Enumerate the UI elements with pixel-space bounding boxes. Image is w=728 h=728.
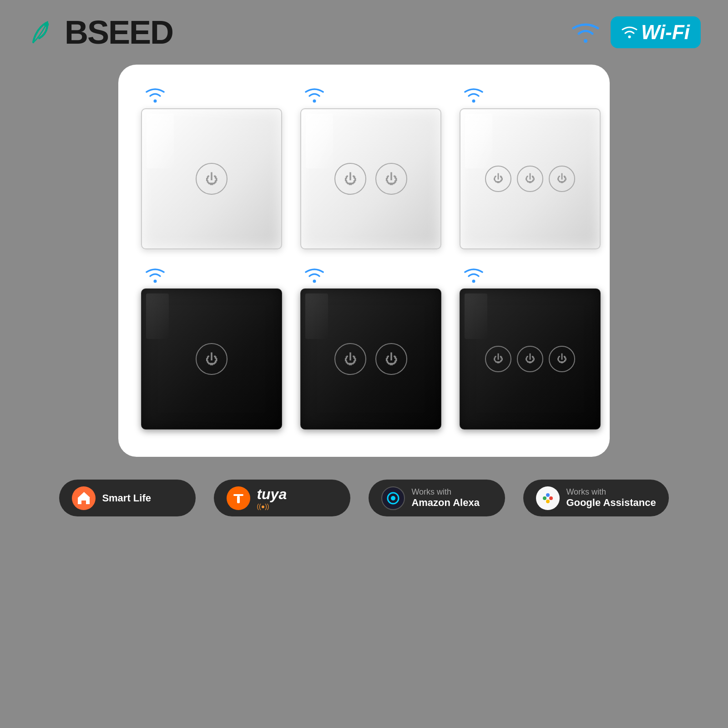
- power-icon-b2a: ⏻: [344, 352, 357, 367]
- alexa-works-with-label: Works with: [411, 487, 480, 497]
- power-button-b1[interactable]: ⏻: [196, 343, 228, 375]
- power-icon-b1: ⏻: [205, 352, 218, 367]
- svg-point-5: [472, 100, 475, 103]
- power-icon-b3a: ⏻: [493, 353, 503, 365]
- wifi-indicator-b2: [305, 268, 324, 285]
- svg-point-6: [154, 280, 157, 283]
- google-icon: [536, 486, 560, 510]
- white-2gang-panel: ⏻ ⏻: [300, 87, 441, 249]
- wifi-label: Wi-Fi: [641, 21, 690, 44]
- svg-point-12: [391, 496, 395, 500]
- alexa-text: Works with Amazon Alexa: [411, 487, 480, 509]
- svg-point-0: [44, 22, 49, 27]
- power-button-w1[interactable]: ⏻: [196, 163, 228, 195]
- white-2gang-switch[interactable]: ⏻ ⏻: [300, 108, 441, 249]
- header-right: Wi-Fi: [570, 16, 701, 48]
- header: BSEED Wi-Fi: [0, 0, 728, 60]
- power-icon-b3c: ⏻: [557, 353, 567, 365]
- google-text: Works with Google Assistance: [566, 487, 656, 509]
- power-icon-w3c: ⏻: [557, 173, 567, 185]
- power-icon-w2b: ⏻: [385, 172, 398, 187]
- black-2gang-switch[interactable]: ⏻ ⏻: [300, 288, 441, 430]
- svg-point-1: [584, 39, 587, 43]
- wifi-indicator-b3: [464, 268, 483, 285]
- white-1gang-switch[interactable]: ⏻: [141, 108, 282, 249]
- white-1gang-panel: ⏻: [141, 87, 282, 249]
- power-icon-w3a: ⏻: [493, 173, 503, 185]
- alexa-icon: [381, 486, 405, 510]
- wifi-badge: Wi-Fi: [611, 16, 701, 48]
- google-works-with-label: Works with: [566, 487, 656, 497]
- black-2gang-panel: ⏻ ⏻: [300, 268, 441, 430]
- black-1gang-panel: ⏻: [141, 268, 282, 430]
- svg-point-3: [154, 100, 157, 103]
- power-button-w3c[interactable]: ⏻: [549, 166, 575, 192]
- power-button-b2b[interactable]: ⏻: [375, 343, 407, 375]
- black-1gang-switch[interactable]: ⏻: [141, 288, 282, 430]
- svg-point-14: [549, 496, 553, 500]
- wifi-indicator-w3: [464, 87, 483, 105]
- alexa-badge: Works with Amazon Alexa: [369, 480, 505, 516]
- power-button-w2a[interactable]: ⏻: [334, 163, 366, 195]
- main-product-card: ⏻ ⏻ ⏻: [118, 65, 610, 457]
- svg-point-13: [546, 493, 550, 497]
- power-button-b2a[interactable]: ⏻: [334, 343, 366, 375]
- bseed-logo-icon: [27, 16, 59, 48]
- power-button-w3a[interactable]: ⏻: [485, 166, 511, 192]
- brand-name: BSEED: [65, 14, 173, 51]
- power-icon-b3b: ⏻: [525, 353, 535, 365]
- power-button-w3b[interactable]: ⏻: [517, 166, 543, 192]
- wifi-indicator-b1: [146, 268, 165, 285]
- power-button-b3a[interactable]: ⏻: [485, 346, 511, 372]
- alexa-label: Amazon Alexa: [411, 497, 480, 509]
- wifi-badge-icon: [622, 26, 637, 39]
- svg-rect-9: [233, 494, 243, 496]
- svg-point-4: [313, 100, 316, 103]
- switches-grid: ⏻ ⏻ ⏻: [141, 87, 587, 430]
- power-icon-b2b: ⏻: [385, 352, 398, 367]
- wifi-indicator-w2: [305, 87, 324, 105]
- smart-life-badge: Smart Life: [59, 480, 196, 516]
- footer: Smart Life tuya ((●)) Works with Amazo: [0, 466, 728, 530]
- white-3gang-switch[interactable]: ⏻ ⏻ ⏻: [460, 108, 601, 249]
- google-label: Google Assistance: [566, 497, 656, 509]
- wifi-indicator-w1: [146, 87, 165, 105]
- svg-point-15: [546, 500, 550, 503]
- tuya-icon: [227, 486, 250, 510]
- black-3gang-panel: ⏻ ⏻ ⏻: [460, 268, 601, 430]
- svg-point-7: [313, 280, 316, 283]
- white-3gang-panel: ⏻ ⏻ ⏻: [460, 87, 601, 249]
- power-icon-w3b: ⏻: [525, 173, 535, 185]
- black-3gang-switch[interactable]: ⏻ ⏻ ⏻: [460, 288, 601, 430]
- power-icon-w1: ⏻: [205, 172, 218, 187]
- power-button-w2b[interactable]: ⏻: [375, 163, 407, 195]
- tuya-wifi-label: ((●)): [257, 503, 287, 510]
- tuya-label: tuya: [257, 486, 287, 503]
- smart-life-icon: [72, 486, 96, 510]
- wifi-signal-icon: [570, 20, 602, 45]
- svg-point-2: [628, 35, 631, 38]
- tuya-text-container: tuya ((●)): [257, 486, 287, 510]
- smart-life-label: Smart Life: [102, 492, 151, 504]
- brand-logo: BSEED: [27, 14, 173, 51]
- smart-life-text: Smart Life: [102, 492, 151, 504]
- google-badge: Works with Google Assistance: [523, 480, 668, 516]
- svg-rect-10: [237, 496, 240, 503]
- svg-point-16: [543, 496, 546, 500]
- tuya-badge: tuya ((●)): [214, 480, 350, 516]
- power-button-b3b[interactable]: ⏻: [517, 346, 543, 372]
- power-icon-w2a: ⏻: [344, 172, 357, 187]
- power-button-b3c[interactable]: ⏻: [549, 346, 575, 372]
- svg-point-8: [472, 280, 475, 283]
